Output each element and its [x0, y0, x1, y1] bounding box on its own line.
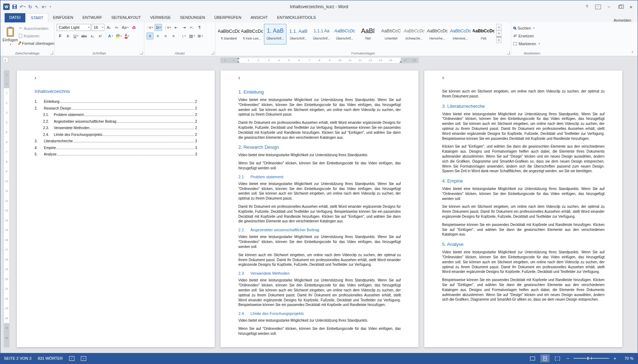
touch-mode-button[interactable]: ↖: [35, 5, 39, 9]
word-count[interactable]: 831 WÖRTER: [38, 356, 63, 360]
style-item[interactable]: AaBbCcDc ¶ Kein Lee...: [241, 24, 263, 44]
style-item[interactable]: 1.1.1 Aa Überschrif...: [310, 24, 333, 44]
find-button[interactable]: Suchen▾: [513, 25, 551, 31]
doc-block[interactable]: Video bietet eine leistungsstarke Möglic…: [442, 186, 605, 201]
clear-formatting-button[interactable]: A: [130, 24, 138, 31]
toc-entry[interactable]: 4. Empirie 3: [35, 146, 197, 150]
hanging-indent-marker[interactable]: [237, 61, 240, 63]
font-size-select[interactable]: 16▾: [92, 24, 104, 31]
style-item[interactable]: AaBl Titel: [357, 24, 379, 44]
first-line-indent-marker[interactable]: [237, 58, 240, 60]
font-family-select[interactable]: Calibri Light▾: [57, 24, 91, 31]
numbered-list-button[interactable]: 1≡▾: [155, 24, 162, 31]
style-item[interactable]: AaBbCcDc Schwache...: [403, 24, 425, 44]
zoom-out-button[interactable]: −: [565, 356, 570, 361]
style-item[interactable]: AaBbCcDc Intensive...: [449, 24, 472, 44]
sign-in-link[interactable]: Anmelden: [613, 18, 638, 22]
toc-entry[interactable]: 2.2. Angestrebter wissenschaftlicher Bei…: [35, 120, 197, 123]
doc-block[interactable]: Wenn Sie auf "Onlinevideo" klicken, könn…: [238, 326, 401, 336]
doc-block[interactable]: Wenn Sie auf "Onlinevideo" klicken, könn…: [238, 161, 401, 171]
grow-font-button[interactable]: A▴: [105, 24, 112, 31]
shrink-font-button[interactable]: A▾: [113, 24, 120, 31]
doc-block[interactable]: 5. Analyse: [442, 241, 605, 248]
toc-entry[interactable]: 2.4. LImite des Forschungsprojekts 2: [35, 133, 197, 137]
doc-block[interactable]: Video bietet eine leistungsstarke Möglic…: [238, 153, 401, 158]
italic-button[interactable]: K: [64, 32, 72, 39]
underline-button[interactable]: U▾: [72, 32, 79, 39]
zoom-percentage[interactable]: 70 %: [621, 356, 633, 360]
zoom-in-button[interactable]: +: [612, 356, 617, 361]
style-item[interactable]: 1. AaB Überschrif...: [264, 24, 286, 44]
doc-block[interactable]: 1. Einleitung: [238, 89, 401, 95]
customize-qat-button[interactable]: ▾: [49, 6, 51, 8]
doc-block[interactable]: Beispielsweise können Sie ein passendes …: [442, 278, 605, 302]
style-item[interactable]: 1.1. AaB Überschrif...: [287, 24, 310, 44]
style-item[interactable]: AaBbCcC Untertitel: [380, 24, 402, 44]
redo-button[interactable]: ↻: [28, 5, 32, 9]
doc-block[interactable]: 2.1.Problem statement: [238, 174, 401, 180]
style-item[interactable]: AaBbCcDc Hervorhe...: [426, 24, 448, 44]
superscript-button[interactable]: x²: [97, 32, 104, 39]
read-mode-button[interactable]: [528, 354, 537, 362]
change-case-button[interactable]: Aa▾: [121, 24, 130, 31]
ribbon-tab[interactable]: DATEI: [5, 13, 25, 22]
styles-dialog-launcher-icon[interactable]: [507, 52, 510, 54]
doc-block[interactable]: Klicken Sie auf "Einfügen", und wählen S…: [442, 144, 605, 174]
zoom-slider[interactable]: [574, 358, 609, 359]
doc-block[interactable]: Video bietet eine leistungsstarke Möglic…: [238, 318, 401, 323]
undo-button[interactable]: ↶▾: [20, 5, 25, 9]
toc-entry[interactable]: 3. Literaturrecherche 3: [35, 139, 197, 143]
toc-entry[interactable]: 5. Analyse 3: [35, 152, 197, 156]
font-dialog-launcher-icon[interactable]: [140, 52, 143, 54]
cut-button[interactable]: ✂Ausschneiden: [18, 25, 55, 32]
clipboard-dialog-launcher-icon[interactable]: [50, 52, 53, 54]
doc-block[interactable]: Video bietet eine leistungsstarke Möglic…: [442, 112, 605, 141]
minimize-button[interactable]: –: [604, 2, 614, 12]
select-button[interactable]: Markieren▾: [513, 40, 551, 47]
ribbon-tab[interactable]: SENDUNGEN: [175, 13, 209, 22]
gallery-more-button[interactable]: ▾: [496, 37, 502, 43]
style-item[interactable]: AaBbCcDc Fett: [472, 24, 495, 44]
doc-block[interactable]: Sie können auch ein Stichwort eingeben, …: [442, 204, 605, 219]
doc-block[interactable]: Sie können auch ein Stichwort eingeben, …: [442, 89, 605, 99]
doc-block[interactable]: Video bietet eine leistungsstarke Möglic…: [442, 250, 605, 274]
bullet-list-button[interactable]: ∷≡▾: [146, 24, 154, 31]
show-paragraph-marks-button[interactable]: ¶: [196, 24, 203, 31]
increase-indent-button[interactable]: ⇥: [180, 24, 187, 31]
align-left-button[interactable]: ≡: [146, 32, 154, 39]
collapse-ribbon-button[interactable]: ^: [632, 51, 633, 55]
close-button[interactable]: ×: [626, 2, 636, 12]
bold-button[interactable]: F: [57, 32, 64, 39]
web-layout-button[interactable]: [553, 354, 562, 362]
toc-entry[interactable]: 2. Research Design 2: [35, 106, 197, 110]
ribbon-tab[interactable]: ENTWURF: [78, 13, 107, 22]
toc-entry[interactable]: 2.3. Verwendete Methoden 2: [35, 126, 197, 130]
doc-block[interactable]: Video bietet eine leistungsstarke Möglic…: [238, 234, 401, 249]
ribbon-tab[interactable]: EINFÜGEN: [48, 13, 78, 22]
doc-block[interactable]: 2.4.LImite des Forschungsprojekts: [238, 311, 401, 316]
doc-block[interactable]: 2. Research Design: [238, 144, 401, 151]
doc-block[interactable]: Damit Ihr Dokument ein professionelles A…: [238, 120, 401, 140]
tab-stop-selector[interactable]: L: [3, 57, 8, 63]
paragraph-dialog-launcher-icon[interactable]: [211, 52, 214, 54]
highlight-button[interactable]: ab▾: [115, 32, 123, 39]
ribbon-tab[interactable]: ENTWICKLERTOOLS: [273, 13, 321, 22]
doc-block[interactable]: 4. Empirie: [442, 178, 605, 184]
doc-block[interactable]: 2.3.Verwendete Methoden: [238, 271, 401, 276]
line-spacing-button[interactable]: ↕▾: [180, 32, 187, 39]
ribbon-tab[interactable]: ANSICHT: [246, 13, 272, 22]
doc-block[interactable]: 3. Literaturrecherche: [442, 103, 605, 110]
doc-block[interactable]: Video bietet eine leistungsstarke Möglic…: [238, 97, 401, 117]
doc-block[interactable]: Video bietet eine leistungsstarke Möglic…: [238, 278, 401, 307]
replace-button[interactable]: ⇄Ersetzen: [513, 32, 551, 39]
multilevel-list-button[interactable]: ⋮≡▾: [163, 24, 172, 31]
doc-block[interactable]: Beispielsweise können Sie ein passendes …: [442, 222, 605, 237]
save-button[interactable]: [12, 5, 17, 9]
gallery-down-button[interactable]: ▾: [496, 30, 502, 37]
font-color-button[interactable]: A▾: [124, 32, 131, 39]
ribbon-tab[interactable]: SEITENLAYOUT: [107, 13, 145, 22]
zoom-slider-thumb[interactable]: [587, 357, 589, 360]
shading-button[interactable]: ▨▾: [188, 32, 196, 39]
sort-button[interactable]: A↓: [188, 24, 195, 31]
format-painter-button[interactable]: Format übertragen: [18, 39, 55, 47]
